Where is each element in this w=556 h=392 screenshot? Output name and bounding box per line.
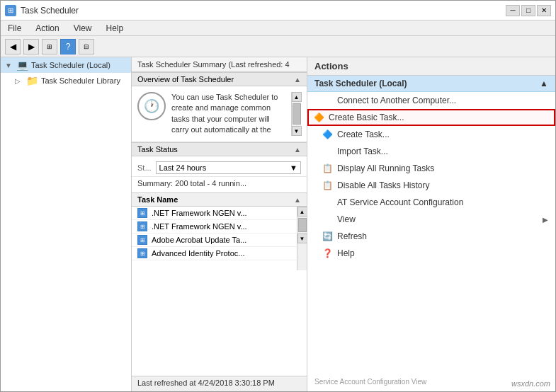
table-scroll-down[interactable]: ▼: [297, 234, 307, 243]
folder-icon: 📁: [26, 75, 38, 86]
action-at-service[interactable]: AT Service Account Configuration: [307, 194, 555, 211]
action-create-task-label: Create Task...: [337, 129, 390, 139]
overview-section-header[interactable]: Overview of Task Scheduler ▲: [132, 72, 307, 86]
menu-view[interactable]: View: [69, 22, 96, 35]
close-button[interactable]: ✕: [537, 5, 551, 16]
task-status-header[interactable]: Task Status ▲: [132, 142, 307, 156]
action-at-service-label: AT Service Account Configuration: [337, 197, 463, 207]
overview-arrow: ▲: [294, 76, 301, 83]
bottom-status: Last refreshed at 4/24/2018 3:30:18 PM: [132, 376, 307, 391]
title-bar: ⊞ Task Scheduler ─ □ ✕: [1, 1, 555, 21]
task-table-body: ⊞ .NET Framework NGEN v... ⊞ .NET Framew…: [132, 207, 297, 270]
overview-text: You can use Task Scheduler to create and…: [171, 92, 285, 136]
sidebar-library-label: Task Scheduler Library: [41, 76, 120, 85]
table-row[interactable]: ⊞ .NET Framework NGEN v...: [132, 220, 297, 234]
import-icon: [322, 146, 333, 157]
sidebar-item-library[interactable]: ▷ 📁 Task Scheduler Library: [1, 73, 131, 88]
action-connect[interactable]: Connect to Another Computer...: [307, 92, 555, 109]
summary-row: Summary: 200 total - 4 runnin...: [132, 176, 307, 190]
task-name-column: Task Name: [137, 195, 178, 204]
clock-icon: 🕐: [137, 92, 166, 120]
action-disable-history[interactable]: 📋 Disable All Tasks History: [307, 177, 555, 194]
toolbar-back[interactable]: ◀: [5, 39, 21, 54]
toolbar-help[interactable]: ?: [60, 39, 76, 54]
action-display-running[interactable]: 📋 Display All Running Tasks: [307, 160, 555, 177]
action-import[interactable]: Import Task...: [307, 143, 555, 160]
status-dropdown[interactable]: Last 24 hours ▼: [156, 161, 301, 174]
computer-icon: 💻: [16, 59, 28, 71]
action-help[interactable]: ❓ Help: [307, 245, 555, 262]
table-row[interactable]: ⊞ Adobe Acrobat Update Ta...: [132, 234, 297, 247]
center-header: Task Scheduler Summary (Last refreshed: …: [132, 57, 307, 72]
task-icon: ⊞: [137, 235, 147, 245]
task-status-section: St... Last 24 hours ▼ Summary: 200 total…: [132, 156, 307, 192]
at-service-icon: [322, 197, 333, 208]
dropdown-arrow: ▼: [290, 163, 297, 172]
task-name: .NET Framework NGEN v...: [152, 209, 247, 217]
table-row[interactable]: ⊞ Advanced Identity Protoc...: [132, 247, 297, 260]
action-refresh-label: Refresh: [337, 231, 367, 241]
menu-help[interactable]: Help: [102, 22, 128, 35]
minimize-button[interactable]: ─: [506, 5, 520, 16]
scroll-down[interactable]: ▼: [292, 126, 302, 136]
task-table-body-wrapper: ⊞ .NET Framework NGEN v... ⊞ .NET Framew…: [132, 207, 307, 270]
help-icon: ❓: [322, 248, 333, 259]
action-connect-label: Connect to Another Computer...: [337, 96, 456, 105]
expand-icon-lib: ▷: [15, 77, 23, 85]
task-icon: ⊞: [137, 221, 147, 231]
create-task-icon: 🔷: [322, 129, 333, 140]
action-view[interactable]: View ▶: [307, 211, 555, 228]
task-icon: ⊞: [137, 248, 147, 258]
left-pane: ▼ 💻 Task Scheduler (Local) ▷ 📁 Task Sche…: [1, 57, 132, 391]
center-scroll-wrapper: Overview of Task Scheduler ▲ 🕐 You can u…: [132, 72, 307, 376]
task-status-title: Task Status: [137, 145, 178, 154]
title-bar-left: ⊞ Task Scheduler: [5, 5, 79, 16]
action-import-label: Import Task...: [337, 146, 388, 156]
action-create-basic[interactable]: 🔶 Create Basic Task...: [307, 109, 555, 126]
actions-section-header[interactable]: Task Scheduler (Local) ▲: [307, 76, 555, 92]
menu-action[interactable]: Action: [31, 22, 63, 35]
task-table-scrollbar[interactable]: ▲ ▼: [297, 207, 307, 270]
action-refresh[interactable]: 🔄 Refresh: [307, 228, 555, 245]
toolbar-forward[interactable]: ▶: [23, 39, 39, 54]
action-create-basic-label: Create Basic Task...: [329, 113, 404, 122]
overview-title: Overview of Task Scheduler: [137, 75, 234, 83]
sidebar-item-local[interactable]: ▼ 💻 Task Scheduler (Local): [1, 57, 131, 73]
disable-history-icon: 📋: [322, 180, 333, 191]
toolbar-extra[interactable]: ⊟: [79, 39, 94, 54]
actions-section-arrow: ▲: [540, 79, 548, 88]
status-filter-row: St... Last 24 hours ▼: [132, 159, 307, 176]
table-row[interactable]: ⊞ .NET Framework NGEN v...: [132, 207, 297, 220]
task-status-arrow: ▲: [294, 146, 301, 154]
window-title: Task Scheduler: [21, 6, 79, 16]
create-basic-icon: 🔶: [313, 112, 324, 123]
task-icon: ⊞: [137, 208, 147, 218]
task-name: .NET Framework NGEN v...: [152, 222, 247, 231]
summary-text: Summary: 200 total - 4 runnin...: [137, 179, 246, 188]
action-create-task[interactable]: 🔷 Create Task...: [307, 126, 555, 143]
scroll-up[interactable]: ▲: [292, 92, 302, 102]
actions-section-label: Task Scheduler (Local): [314, 79, 407, 88]
main-content: ▼ 💻 Task Scheduler (Local) ▷ 📁 Task Sche…: [1, 57, 555, 391]
task-table-header: Task Name ▲: [132, 192, 307, 207]
action-help-label: Help: [337, 248, 355, 258]
expand-icon: ▼: [5, 62, 13, 69]
center-scroll-content: Overview of Task Scheduler ▲ 🕐 You can u…: [132, 72, 307, 376]
toolbar: ◀ ▶ ⊞ ? ⊟: [1, 36, 555, 57]
menu-file[interactable]: File: [4, 22, 25, 35]
table-scroll-thumb[interactable]: [298, 218, 307, 232]
sidebar-local-label: Task Scheduler (Local): [31, 61, 110, 69]
action-disable-history-label: Disable All Tasks History: [337, 180, 430, 190]
scroll-thumb[interactable]: [293, 103, 301, 125]
toolbar-show-hide[interactable]: ⊞: [42, 39, 57, 54]
view-icon: [322, 214, 333, 225]
center-pane: Task Scheduler Summary (Last refreshed: …: [132, 57, 307, 391]
title-bar-controls: ─ □ ✕: [506, 5, 551, 16]
task-name: Advanced Identity Protoc...: [152, 249, 244, 258]
window-icon: ⊞: [5, 5, 16, 16]
connect-icon: [322, 95, 333, 106]
display-running-icon: 📋: [322, 163, 333, 174]
overview-scrollbar[interactable]: ▲ ▼: [291, 92, 301, 136]
table-scroll-up[interactable]: ▲: [297, 207, 307, 217]
restore-button[interactable]: □: [521, 5, 535, 16]
